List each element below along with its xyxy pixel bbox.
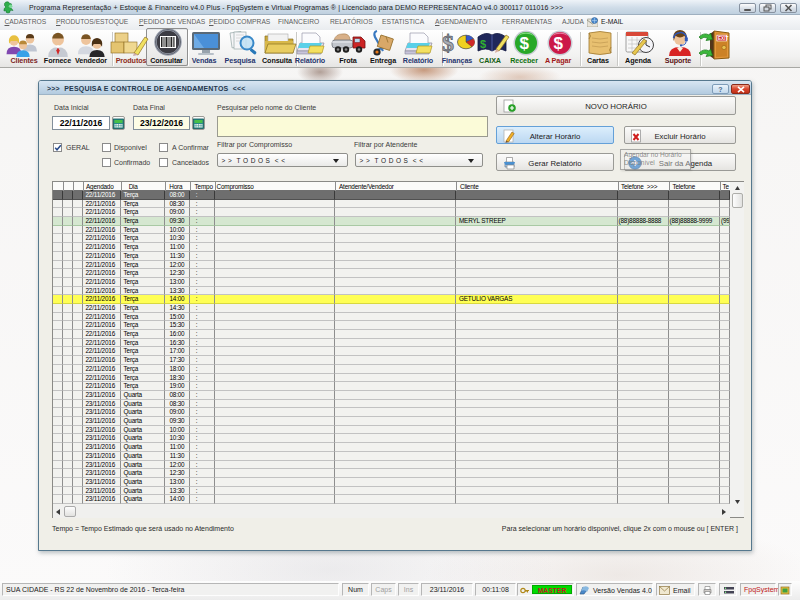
svg-text:$: $	[520, 34, 530, 53]
svg-text:$: $	[554, 34, 564, 53]
svg-text:$: $	[442, 30, 454, 56]
svg-text:$: $	[480, 38, 486, 50]
svg-text:EXIT: EXIT	[718, 36, 728, 41]
